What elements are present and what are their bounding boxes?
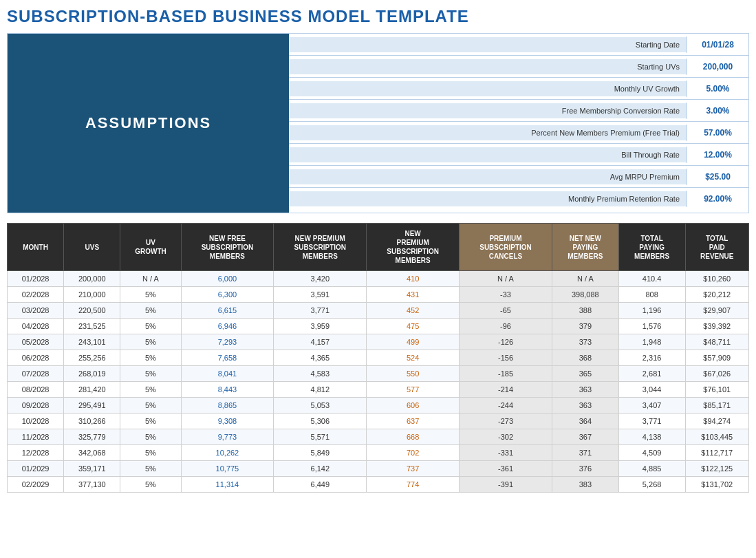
assumption-row: Monthly UV Growth 5.00% (289, 78, 748, 100)
table-cell: -33 (460, 287, 552, 303)
table-row: 08/2028281,4205%8,4434,812577-2143633,04… (8, 382, 749, 398)
table-cell: -302 (460, 429, 552, 445)
table-cell: 4,885 (618, 461, 685, 477)
table-cell: 4,157 (274, 334, 367, 350)
data-table: MONTHUVsUV GROWTHNEW FREE SUBSCRIPTION M… (7, 223, 749, 493)
table-cell: 255,256 (64, 350, 120, 366)
table-cell: 5,849 (274, 445, 367, 461)
table-row: 12/2028342,0685%10,2625,849702-3313714,5… (8, 445, 749, 461)
table-cell: 06/2028 (8, 350, 64, 366)
table-cell: 4,138 (618, 429, 685, 445)
table-cell: $76,101 (685, 382, 749, 398)
table-cell: 452 (367, 303, 460, 319)
table-row: 01/2028200,000N / A6,0003,420410N / AN /… (8, 271, 749, 287)
table-cell: 364 (552, 414, 618, 429)
table-cell: 5,571 (274, 429, 367, 445)
table-header-cell: TOTAL PAYING MEMBERS (618, 224, 685, 271)
table-cell: -391 (460, 477, 552, 493)
table-cell: 702 (367, 445, 460, 461)
table-cell: $112,717 (685, 445, 749, 461)
assumptions-section: ASSUMPTIONS Starting Date 01/01/28 Start… (7, 33, 749, 213)
table-cell: 1,196 (618, 303, 685, 319)
table-cell: 6,300 (181, 287, 274, 303)
table-cell: $85,171 (685, 398, 749, 414)
table-cell: 3,044 (618, 382, 685, 398)
table-cell: 8,865 (181, 398, 274, 414)
table-cell: 11,314 (181, 477, 274, 493)
table-cell: -65 (460, 303, 552, 319)
assumption-value: 01/01/28 (687, 36, 748, 53)
table-header-cell: NEW PREMIUM SUBSCRIPTION MEMBERS (274, 224, 367, 271)
table-cell: $39,392 (685, 319, 749, 334)
table-cell: -273 (460, 414, 552, 429)
table-cell: $20,212 (685, 287, 749, 303)
table-cell: -214 (460, 382, 552, 398)
assumption-row: Monthly Premium Retention Rate 92.00% (289, 188, 748, 210)
table-cell: 376 (552, 461, 618, 477)
assumption-label: Free Membership Conversion Rate (289, 103, 687, 118)
table-cell: 383 (552, 477, 618, 493)
table-cell: 02/2029 (8, 477, 64, 493)
table-cell: -331 (460, 445, 552, 461)
table-cell: 410.4 (618, 271, 685, 287)
table-cell: 373 (552, 334, 618, 350)
table-cell: 281,420 (64, 382, 120, 398)
table-row: 01/2029359,1715%10,7756,142737-3613764,8… (8, 461, 749, 477)
table-cell: 371 (552, 445, 618, 461)
table-cell: 1,948 (618, 334, 685, 350)
assumption-row: Free Membership Conversion Rate 3.00% (289, 100, 748, 122)
table-cell: 243,101 (64, 334, 120, 350)
assumptions-values: Starting Date 01/01/28 Starting UVs 200,… (289, 34, 748, 213)
assumption-row: Percent New Members Premium (Free Trial)… (289, 122, 748, 144)
table-cell: -361 (460, 461, 552, 477)
assumption-label: Monthly UV Growth (289, 81, 687, 96)
table-cell: -185 (460, 366, 552, 382)
table-cell: 5% (120, 429, 181, 445)
assumption-row: Starting Date 01/01/28 (289, 34, 748, 56)
assumption-row: Bill Through Rate 12.00% (289, 144, 748, 166)
table-cell: 379 (552, 319, 618, 334)
table-cell: 8,041 (181, 366, 274, 382)
table-cell: 7,658 (181, 350, 274, 366)
table-cell: $10,260 (685, 271, 749, 287)
table-cell: 9,308 (181, 414, 274, 429)
table-cell: 9,773 (181, 429, 274, 445)
table-header-cell: TOTAL PAID REVENUE (685, 224, 749, 271)
table-cell: 363 (552, 398, 618, 414)
table-cell: 11/2028 (8, 429, 64, 445)
table-cell: 6,142 (274, 461, 367, 477)
table-cell: N / A (460, 271, 552, 287)
table-cell: 431 (367, 287, 460, 303)
table-cell: 4,812 (274, 382, 367, 398)
assumption-value: 92.00% (687, 191, 748, 207)
table-header-cell: MONTH (8, 224, 64, 271)
table-header: MONTHUVsUV GROWTHNEW FREE SUBSCRIPTION M… (8, 224, 749, 271)
table-cell: 3,591 (274, 287, 367, 303)
table-row: 10/2028310,2665%9,3085,306637-2733643,77… (8, 414, 749, 429)
table-cell: 325,779 (64, 429, 120, 445)
table-cell: 342,068 (64, 445, 120, 461)
table-cell: 5% (120, 350, 181, 366)
table-cell: $48,711 (685, 334, 749, 350)
table-cell: 200,000 (64, 271, 120, 287)
table-cell: -96 (460, 319, 552, 334)
table-row: 05/2028243,1015%7,2934,157499-1263731,94… (8, 334, 749, 350)
table-cell: 5% (120, 382, 181, 398)
table-cell: 6,000 (181, 271, 274, 287)
table-cell: 363 (552, 382, 618, 398)
table-cell: 02/2028 (8, 287, 64, 303)
table-cell: 6,615 (181, 303, 274, 319)
table-cell: 5% (120, 414, 181, 429)
assumption-label: Starting UVs (289, 59, 687, 74)
assumption-label: Bill Through Rate (289, 147, 687, 162)
table-cell: 2,681 (618, 366, 685, 382)
table-row: 09/2028295,4915%8,8655,053606-2443633,40… (8, 398, 749, 414)
assumption-row: Starting UVs 200,000 (289, 56, 748, 78)
table-cell: 10/2028 (8, 414, 64, 429)
assumptions-label: ASSUMPTIONS (8, 34, 289, 213)
table-cell: $103,445 (685, 429, 749, 445)
assumption-label: Percent New Members Premium (Free Trial) (289, 125, 687, 140)
table-cell: 09/2028 (8, 398, 64, 414)
table-cell: 808 (618, 287, 685, 303)
table-cell: 5% (120, 398, 181, 414)
